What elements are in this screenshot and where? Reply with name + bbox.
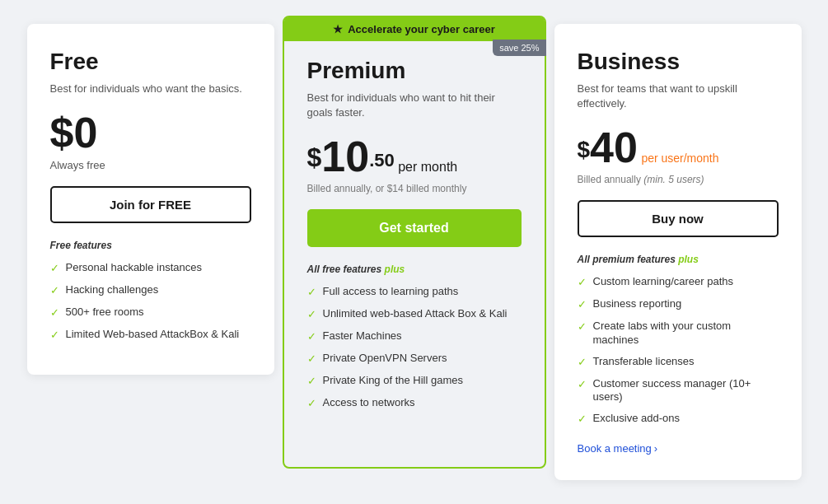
get-started-button[interactable]: Get started: [307, 209, 522, 247]
check-icon: ✓: [307, 352, 316, 366]
check-icon: ✓: [578, 320, 587, 334]
check-icon: ✓: [307, 286, 316, 300]
free-plan-title: Free: [50, 49, 251, 75]
free-price-block: $0: [50, 111, 251, 154]
list-item: ✓Full access to learning paths: [307, 285, 522, 300]
pricing-container: Free Best for individuals who want the b…: [19, 24, 810, 481]
save-badge: save 25%: [493, 40, 545, 56]
list-item: ✓Business reporting: [578, 297, 779, 312]
premium-plan-subtitle: Best for individuals who want to hit the…: [307, 91, 522, 120]
business-price-block: $40 per user/month: [578, 126, 779, 169]
premium-plan-title: Premium: [307, 58, 522, 84]
business-currency: $: [578, 137, 591, 162]
premium-currency: $: [307, 142, 322, 172]
list-item: ✓Personal hackable instances: [50, 261, 251, 276]
check-icon: ✓: [50, 284, 59, 298]
premium-feature-list: ✓Full access to learning paths ✓Unlimite…: [307, 285, 522, 410]
book-meeting-link[interactable]: Book a meeting ›: [578, 442, 658, 455]
check-icon: ✓: [307, 375, 316, 389]
business-feature-list: ✓Custom learning/career paths ✓Business …: [578, 275, 779, 427]
premium-price-cents: .50: [369, 150, 395, 170]
list-item: ✓500+ free rooms: [50, 306, 251, 320]
premium-price-block: $10.50 per month: [307, 135, 522, 178]
premium-features-heading: All free features plus: [307, 264, 522, 275]
check-icon: ✓: [578, 378, 587, 392]
business-plan-title: Business: [578, 49, 779, 75]
list-item: ✓Custom learning/career paths: [578, 275, 779, 290]
list-item: ✓Customer success manager (10+ users): [578, 377, 779, 405]
list-item: ✓Private OpenVPN Servers: [307, 352, 522, 366]
free-price: $0: [50, 109, 98, 156]
check-icon: ✓: [307, 330, 316, 344]
business-plan-card: Business Best for teams that want to ups…: [554, 24, 802, 481]
check-icon: ✓: [307, 308, 316, 322]
business-features-heading: All premium features plus: [578, 254, 779, 265]
check-icon: ✓: [578, 356, 587, 370]
star-icon: ★: [333, 23, 343, 35]
list-item: ✓Transferable licenses: [578, 355, 779, 370]
premium-price-note: Billed annually, or $14 billed monthly: [307, 183, 522, 194]
join-free-button[interactable]: Join for FREE: [50, 186, 251, 223]
buy-now-button[interactable]: Buy now: [578, 200, 779, 237]
check-icon: ✓: [50, 306, 59, 320]
free-features-heading: Free features: [50, 240, 251, 251]
free-feature-list: ✓Personal hackable instances ✓Hacking ch…: [50, 261, 251, 343]
business-price-note: Billed annually (min. 5 users): [578, 174, 779, 185]
list-item: ✓Limited Web-based AttackBox & Kali: [50, 328, 251, 343]
arrow-icon: ›: [654, 442, 657, 455]
check-icon: ✓: [578, 298, 587, 312]
premium-plan-card: ★ Accelerate your cyber career save 25% …: [283, 16, 546, 469]
check-icon: ✓: [50, 329, 59, 343]
business-plan-subtitle: Best for teams that want to upskill effe…: [578, 82, 779, 111]
business-price-period: per user/month: [641, 152, 718, 165]
premium-price-main: 10: [321, 133, 369, 180]
free-price-note: Always free: [50, 159, 251, 171]
business-price-main: 40: [590, 124, 638, 171]
list-item: ✓Hacking challenges: [50, 283, 251, 298]
premium-inner: save 25% Premium Best for individuals wh…: [284, 41, 545, 443]
list-item: ✓Exclusive add-ons: [578, 412, 779, 427]
check-icon: ✓: [307, 397, 316, 411]
list-item: ✓Access to networks: [307, 396, 522, 411]
list-item: ✓Private King of the Hill games: [307, 374, 522, 389]
free-plan-subtitle: Best for individuals who want the basics…: [50, 82, 251, 96]
check-icon: ✓: [50, 262, 59, 276]
check-icon: ✓: [578, 276, 587, 290]
premium-banner: ★ Accelerate your cyber career: [284, 17, 545, 41]
premium-price-period: per month: [398, 160, 457, 174]
free-plan-card: Free Best for individuals who want the b…: [27, 24, 274, 375]
check-icon: ✓: [578, 413, 587, 427]
list-item: ✓Create labs with your custom machines: [578, 320, 779, 348]
list-item: ✓Faster Machines: [307, 329, 522, 344]
list-item: ✓Unlimited web-based Attack Box & Kali: [307, 307, 522, 322]
